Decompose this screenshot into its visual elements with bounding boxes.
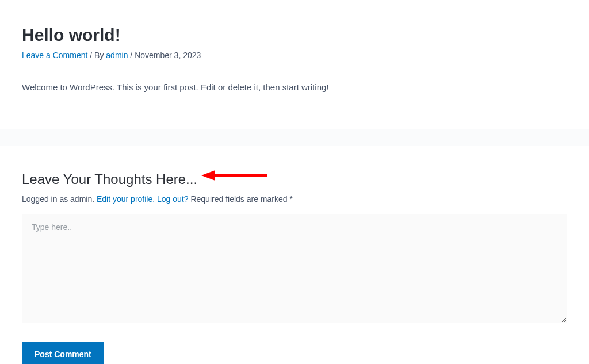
comment-form-heading: Leave Your Thoughts Here... [22, 171, 567, 187]
by-label: By [94, 51, 104, 60]
author-link[interactable]: admin [106, 51, 128, 60]
comment-textarea[interactable] [22, 214, 567, 323]
leave-comment-link[interactable]: Leave a Comment [22, 51, 87, 60]
logged-in-text: Logged in as admin. [22, 194, 94, 204]
post-title: Hello world! [22, 25, 567, 45]
meta-separator-1: / [90, 51, 94, 60]
logged-in-notice: Logged in as admin. Edit your profile. L… [22, 194, 567, 204]
meta-separator-2: / [130, 51, 135, 60]
post-article: Hello world! Leave a Comment / By admin … [0, 0, 589, 129]
post-body: Welcome to WordPress. This is your first… [22, 81, 567, 94]
logout-link[interactable]: Log out? [157, 194, 189, 204]
post-date: November 3, 2023 [135, 51, 201, 60]
comment-form-section: Leave Your Thoughts Here... Logged in as… [0, 146, 589, 364]
required-fields-note: Required fields are marked * [190, 194, 292, 204]
post-meta: Leave a Comment / By admin / November 3,… [22, 51, 567, 60]
edit-profile-link[interactable]: Edit your profile. [97, 194, 155, 204]
post-comment-button[interactable]: Post Comment [22, 342, 104, 364]
